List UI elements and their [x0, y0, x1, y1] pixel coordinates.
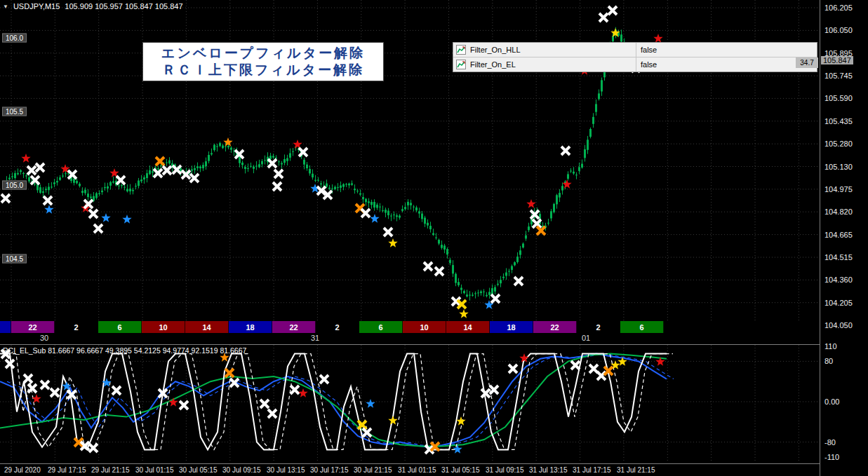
signal-star-marker [653, 34, 662, 43]
price-axis-label: 104.515 [824, 253, 853, 261]
time-axis-label: 31 Jul 17:15 [573, 466, 611, 474]
signal-x-marker [268, 159, 276, 168]
indicator-axis-label: -110 [824, 453, 839, 461]
signal-star-marker [388, 238, 397, 247]
signal-x-marker [320, 375, 328, 383]
rci-indicator-chart[interactable] [0, 345, 820, 463]
time-axis[interactable]: 29 Jul 202029 Jul 17:1529 Jul 21:1530 Ju… [0, 463, 820, 476]
left-price-label: 105.5 [2, 107, 27, 116]
signal-x-marker [299, 148, 307, 156]
indicator-params-popup[interactable]: Filter_On_HLLfalseFilter_On_ELfalse [453, 42, 817, 72]
time-axis-label: 30 Jul 17:15 [310, 466, 349, 474]
signal-x-marker [597, 372, 606, 380]
signal-star-marker [370, 214, 379, 223]
symbol-period-label: USDJPY,M15 [13, 2, 60, 11]
annotation-box: エンベロープフィルター解除 ＲＣＩ上下限フィルター解除 [142, 42, 384, 81]
price-axis-label: 104.205 [824, 299, 853, 307]
signal-x-marker [44, 196, 52, 205]
partial-price-tag: 34.7 [796, 57, 818, 68]
param-name: Filter_On_HLL [470, 46, 521, 54]
signal-star-marker [388, 416, 397, 425]
date-label: 30 [40, 334, 48, 342]
param-name: Filter_On_EL [470, 60, 516, 69]
signal-star-marker [459, 309, 468, 318]
signal-star-marker [562, 179, 571, 189]
signal-x-marker [571, 361, 580, 369]
price-axis-label: 105.745 [824, 72, 853, 80]
rci-fast-line [0, 354, 667, 450]
signal-x-marker [589, 365, 598, 373]
signal-star-marker [298, 388, 307, 397]
signal-x-marker [561, 147, 570, 155]
hour-band: 222610141822261014182226 [0, 321, 820, 333]
chart-dropdown-icon[interactable]: ▼ [3, 4, 8, 10]
signal-x-marker [36, 163, 44, 172]
price-axis-label: 105.590 [824, 94, 853, 102]
time-axis-label: 31 Jul 09:15 [486, 466, 524, 474]
time-axis-label: 31 Jul 05:15 [441, 466, 480, 474]
hour-band-segment: 22 [11, 321, 55, 333]
hour-band-segment: 18 [490, 321, 533, 333]
time-axis-label: 30 Jul 05:15 [179, 466, 218, 474]
time-axis-label: 31 Jul 21:15 [617, 466, 655, 474]
signal-x-marker [509, 365, 517, 373]
mt4-chart-window: 106.0105.5105.0104.5 ▼ USDJPY,M15 105.90… [0, 0, 868, 476]
indicator-icon [456, 45, 466, 55]
hour-band-filler [664, 321, 820, 333]
signal-x-marker [89, 210, 98, 218]
left-price-label: 106.0 [2, 34, 27, 43]
signal-x-marker [24, 374, 32, 383]
signal-star-marker [122, 215, 131, 224]
signal-x-marker [514, 277, 523, 285]
signal-star-marker [44, 205, 53, 214]
signal-x-marker [363, 428, 371, 437]
indicator-label: RCI_EL_Sub 81.6667 96.6667 49.3895 54.21… [3, 346, 246, 355]
ohlc-quotes: 105.909 105.957 105.847 105.847 [65, 2, 182, 11]
param-row[interactable]: Filter_On_HLLfalse [453, 43, 817, 57]
hour-band-segment: 2 [55, 321, 98, 333]
signal-x-marker [361, 209, 370, 217]
hour-band-segment: 10 [403, 321, 446, 333]
date-label: 31 [311, 334, 319, 342]
time-axis-label: 30 Jul 01:15 [135, 466, 174, 474]
signal-x-marker [273, 182, 281, 191]
price-axis-label: 104.820 [824, 208, 853, 216]
param-row[interactable]: Filter_On_ELfalse [453, 57, 817, 72]
hour-band-segment: 22 [272, 321, 316, 333]
price-axis-label: 105.280 [824, 140, 853, 148]
hour-band-segment: 2 [577, 321, 620, 333]
signal-x-marker [27, 166, 36, 175]
param-value: false [636, 57, 817, 72]
signal-x-marker [384, 228, 392, 236]
signal-x-marker [89, 444, 98, 452]
signal-x-marker [490, 386, 498, 394]
hour-band-segment: 2 [316, 321, 359, 333]
signal-x-marker [435, 267, 443, 276]
signal-star-marker [293, 140, 302, 149]
signal-x-marker [28, 384, 36, 393]
hour-band-segment: 6 [359, 321, 403, 333]
hour-band-segment: 14 [446, 321, 490, 333]
hour-band-segment: 6 [98, 321, 142, 333]
signal-x-marker [268, 409, 276, 418]
signal-star-marker [366, 399, 375, 408]
hour-band-segment: 14 [185, 321, 229, 333]
annotation-line2: ＲＣＩ上下限フィルター解除 [143, 62, 383, 79]
price-axis-label: 104.360 [824, 276, 853, 284]
left-price-label: 105.0 [2, 181, 27, 190]
price-axis-label: 104.975 [824, 185, 853, 193]
signal-x-marker [1, 194, 10, 203]
price-axis[interactable]: 106.205106.050105.895105.745105.590105.4… [820, 0, 868, 476]
indicator-axis-label: -80 [824, 438, 836, 447]
price-axis-label: 105.435 [824, 117, 853, 125]
signal-x-marker [116, 176, 125, 184]
signal-x-marker [6, 360, 14, 368]
indicator-axis-label: 110 [824, 342, 837, 351]
signal-x-marker [599, 13, 608, 22]
signal-star-marker [526, 199, 535, 208]
signal-star-marker [456, 416, 465, 426]
price-axis-label: 104.050 [824, 321, 853, 329]
date-label: 01 [582, 334, 590, 342]
time-axis-label: 29 Jul 17:15 [48, 466, 86, 474]
signal-x-marker [190, 174, 199, 182]
